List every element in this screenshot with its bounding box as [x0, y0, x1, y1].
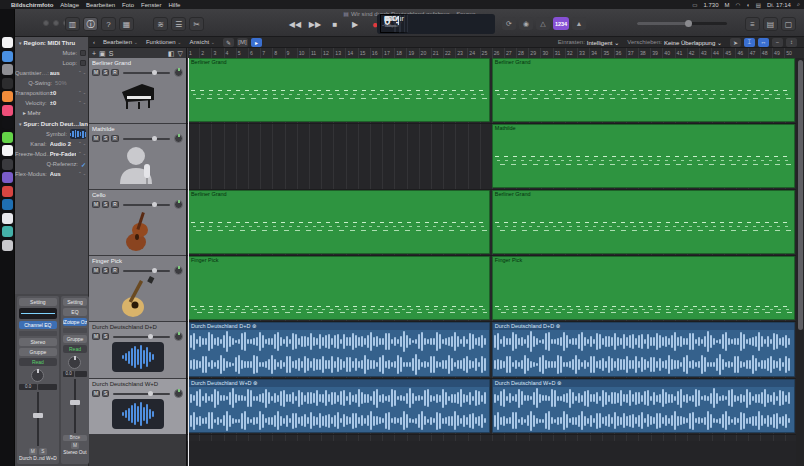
track-symbol-icon[interactable] — [70, 129, 86, 139]
region-checkbox[interactable] — [80, 60, 86, 66]
bluetooth-icon[interactable]: ◠ — [736, 2, 741, 8]
dock-icon-4[interactable] — [2, 78, 13, 89]
fader-thumb[interactable] — [70, 400, 80, 405]
track-m-button[interactable]: M — [92, 333, 100, 340]
region-checkbox[interactable] — [80, 50, 86, 56]
forward-button[interactable]: ▶▶ — [307, 17, 323, 31]
track-r-button[interactable]: R — [111, 135, 118, 142]
track-volume-slider[interactable] — [123, 204, 170, 206]
automation-mode-button[interactable]: Read — [19, 358, 57, 366]
dock-icon-8[interactable] — [2, 132, 13, 143]
dock-icon-10[interactable] — [2, 159, 13, 170]
track-pan-knob[interactable] — [174, 389, 183, 398]
volume-slider-thumb[interactable] — [685, 20, 692, 27]
track-s-button[interactable]: S — [102, 267, 109, 274]
midi-region[interactable]: Finger Pick — [492, 256, 795, 320]
strip-mute-button[interactable]: M — [71, 442, 79, 449]
empty-insert-slot[interactable] — [19, 331, 57, 336]
stepper-icon[interactable]: ⌃ ⌄ — [78, 142, 86, 146]
region-inspector-header[interactable]: ▼Region: MIDI Thru — [15, 37, 88, 48]
dock-icon-15[interactable] — [2, 226, 13, 237]
track-value[interactable]: Pre-Fader — [50, 151, 76, 157]
track-header-5[interactable]: Durch Deutschland D+DMS — [89, 322, 186, 379]
menubar-menu-bearbeiten[interactable]: Bearbeiten — [86, 2, 115, 8]
stop-button[interactable]: ■ — [327, 17, 343, 31]
track-header-2[interactable]: MathildeMSR — [89, 124, 186, 190]
track-header-3[interactable]: CelloMSR — [89, 190, 186, 256]
group-button[interactable]: Gruppe — [63, 335, 87, 343]
arrange-area[interactable]: Berliner GrandBerliner GrandMathildeBerl… — [187, 58, 796, 466]
autopunch-button[interactable]: ◉ — [519, 17, 533, 30]
playhead[interactable] — [188, 58, 189, 466]
strip-setting-button[interactable]: Setting — [19, 298, 57, 306]
dock-icon-16[interactable] — [2, 240, 13, 251]
track-s-button[interactable]: S — [102, 390, 109, 397]
output-button[interactable]: Stereo — [19, 338, 57, 346]
track-stack-icon[interactable]: ▣ — [99, 50, 106, 57]
track-s-button[interactable]: S — [102, 333, 109, 340]
midi-region[interactable]: Finger Pick — [188, 256, 490, 320]
lcd-display[interactable]: 0 4 4Takt 52 120Tempo C-DurTonart 4/4Tak… — [377, 14, 495, 34]
group-button[interactable]: Gruppe — [19, 348, 57, 356]
track-s-button[interactable]: S — [102, 135, 109, 142]
track-m-button[interactable]: M — [92, 135, 100, 142]
replace-button[interactable]: △ — [536, 17, 550, 30]
track-volume-slider[interactable] — [123, 138, 170, 140]
automation-mode-button[interactable]: Read — [63, 345, 87, 353]
channel-strip-1[interactable]: SettingChannel EQStereoGruppeRead0.0MSDu… — [17, 296, 59, 464]
stepper-icon[interactable]: ⌃ ⌄ — [78, 91, 86, 95]
strip-setting-button[interactable]: Setting — [63, 298, 87, 306]
dock-icon-3[interactable] — [2, 64, 13, 75]
empty-insert-slot[interactable] — [63, 328, 87, 333]
menubar-menu-hilfe[interactable]: Hilfe — [168, 2, 180, 8]
vertical-scrollbar[interactable] — [796, 58, 804, 466]
strip-mute-button[interactable]: M — [29, 448, 37, 455]
region-more-toggle[interactable]: ▸ Mehr — [15, 108, 88, 118]
dock-icon-12[interactable] — [2, 186, 13, 197]
menubar-menu-fenster[interactable]: Fenster — [141, 2, 161, 8]
track-pan-knob[interactable] — [174, 332, 183, 341]
filter-icon[interactable]: ▽ — [178, 50, 183, 57]
lists-button[interactable]: ≡ — [745, 17, 760, 31]
track-volume-slider[interactable] — [123, 72, 170, 74]
track-volume-slider[interactable] — [123, 270, 170, 272]
track-pan-knob[interactable] — [174, 200, 183, 209]
track-s-button[interactable]: S — [102, 201, 109, 208]
play-button[interactable]: ▶ — [347, 17, 363, 31]
toolbar-button[interactable]: ▦ — [119, 17, 134, 31]
eq-button[interactable]: EQ — [63, 308, 87, 316]
track-checkbox-checked[interactable]: ✓ — [81, 161, 86, 168]
note-pads-button[interactable]: ▤ — [763, 17, 778, 31]
count-in-button[interactable]: 1234 — [553, 17, 569, 30]
volume-fader[interactable] — [19, 392, 57, 446]
stepper-icon[interactable]: ⌃ ⌄ — [78, 172, 86, 176]
track-r-button[interactable]: R — [111, 201, 118, 208]
track-header-1[interactable]: Berliner GrandMSR — [89, 58, 186, 124]
menubar-app-name[interactable]: Bildschirmfoto — [11, 2, 53, 8]
dock-icon-2[interactable] — [2, 51, 13, 62]
region-value[interactable]: ±0 — [50, 100, 76, 106]
bounce-button[interactable]: Bnce — [63, 435, 87, 441]
region-value[interactable]: aus — [50, 70, 76, 76]
midi-region[interactable]: Berliner Grand — [188, 58, 490, 122]
region-value[interactable]: ±0 — [50, 90, 76, 96]
add-track-button[interactable]: + — [92, 50, 96, 57]
track-pan-knob[interactable] — [174, 266, 183, 275]
audio-region[interactable]: Durch Deutschland D+D ⊛ — [188, 322, 490, 377]
track-inspector-header[interactable]: ▼Spur: Durch Deut…land W+D — [15, 118, 88, 129]
spotlight-search-icon[interactable]: ⌕ — [797, 1, 800, 8]
midi-region[interactable]: Berliner Grand — [188, 190, 490, 254]
dock-icon-14[interactable] — [2, 213, 13, 224]
volume-icon[interactable]: ◖ — [746, 2, 749, 8]
track-value[interactable]: Audio 2 — [50, 141, 76, 147]
audio-region[interactable]: Durch Deutschland D+D ⊛ — [492, 322, 795, 377]
track-r-button[interactable]: R — [111, 267, 118, 274]
track-s-button[interactable]: S — [102, 69, 109, 76]
volume-fader[interactable] — [63, 379, 87, 433]
dock-icon-1[interactable] — [2, 37, 13, 48]
library-button[interactable]: ▥ — [65, 17, 80, 31]
browsers-button[interactable]: ▢ — [781, 17, 796, 31]
menubar-menu-foto[interactable]: Foto — [122, 2, 134, 8]
menubar-clock[interactable]: Di. 17:14 — [767, 2, 791, 8]
display-icon[interactable]: ▭ — [692, 2, 697, 8]
